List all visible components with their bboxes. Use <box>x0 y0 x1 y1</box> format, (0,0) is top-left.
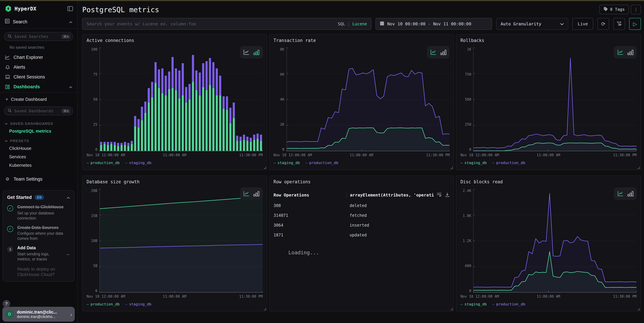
sidebar-item-team-settings[interactable]: ⚙ Team Settings <box>0 174 77 184</box>
legend-item[interactable]: —staging_db <box>125 161 151 165</box>
sidebar-item-client-sessions[interactable]: Client Sessions <box>0 72 77 82</box>
get-started-step-1[interactable]: ✓ Connect to ClickHouse Set up your data… <box>7 204 70 221</box>
table-row[interactable]: 1871updated <box>274 233 450 238</box>
line-chart-icon[interactable] <box>430 50 437 55</box>
event-search-input[interactable]: Search your events w/ Lucene ex. column:… <box>82 18 372 30</box>
brand[interactable]: HyperDX <box>5 5 36 12</box>
bar-chart-icon[interactable] <box>627 191 633 196</box>
y-axis: 20B15B10B5B0 <box>86 189 100 292</box>
panel-title: Disc blocks read <box>460 179 636 184</box>
panel-resize-handle[interactable] <box>451 308 453 310</box>
sidebar-item-chart-explorer[interactable]: Chart Explorer <box>0 52 77 62</box>
refresh-button[interactable]: ⟳ <box>597 18 609 30</box>
legend-item[interactable]: —staging_db <box>125 302 151 306</box>
panel-resize-handle[interactable] <box>638 308 640 310</box>
create-dashboard-button[interactable]: + Create Dashboard <box>0 93 77 104</box>
sidebar-preset-services[interactable]: Services <box>0 152 77 161</box>
panel-row-operations: Row operations Row Operations arrayEleme… <box>269 176 454 312</box>
sidebar-item-dashboards[interactable]: Dashboards <box>0 82 77 92</box>
section-presets[interactable]: PRESETS <box>0 135 77 144</box>
sidebar-preset-kubernetes[interactable]: Kubernetes <box>0 161 77 170</box>
tags-button[interactable]: 0 Tags <box>599 5 629 14</box>
legend-item[interactable]: —staging_db <box>460 302 487 306</box>
table-row[interactable]: 3064inserted <box>274 223 450 228</box>
saved-searches-input[interactable]: Saved Searches ⌘K <box>4 32 73 41</box>
line-chart-icon[interactable] <box>243 50 250 55</box>
x-axis-label: 11:30:00 PM <box>613 153 636 157</box>
bar-chart-icon[interactable] <box>253 191 260 196</box>
download-icon[interactable] <box>445 192 450 198</box>
table-row[interactable]: 308deleted <box>274 203 450 208</box>
x-axis-label: 11:00:00 AM <box>163 294 186 298</box>
line-chart-icon[interactable] <box>617 191 624 196</box>
granularity-select[interactable]: Auto Granularity <box>496 18 568 30</box>
sidebar-item-alerts[interactable]: Alerts <box>0 62 77 72</box>
sidebar-collapse-icon[interactable] <box>67 6 73 11</box>
legend-item[interactable]: —staging_db <box>274 161 300 165</box>
wrap-text-icon[interactable] <box>437 192 442 198</box>
sidebar-preset-clickhouse[interactable]: ClickHouse <box>0 144 77 152</box>
chevron-up-icon[interactable] <box>67 194 70 200</box>
cell-operation: updated <box>346 233 450 238</box>
bar-chart-icon[interactable] <box>627 50 633 55</box>
saved-dashboards-input[interactable]: Saved Dashboards ⌘K <box>4 106 73 115</box>
legend-label: staging_db <box>278 161 300 165</box>
panel-resize-handle[interactable] <box>264 308 266 310</box>
column-header-row-operations[interactable]: Row Operations <box>274 192 346 198</box>
bar-chart-icon[interactable] <box>253 50 260 55</box>
legend-item[interactable]: —staging_db <box>460 161 487 165</box>
bar-chart-icon[interactable] <box>440 50 446 55</box>
mode-sql[interactable]: SQL <box>338 22 345 26</box>
panel-resize-handle[interactable] <box>451 167 453 169</box>
arrow-right-icon[interactable]: → <box>65 251 70 256</box>
chevron-up-icon[interactable] <box>69 19 72 24</box>
user-menu[interactable]: D dominic.tran@clic... dominic.tran@clic… <box>2 307 75 322</box>
panel-resize-handle[interactable] <box>638 167 640 169</box>
avatar: D <box>5 310 14 319</box>
mode-lucene[interactable]: Lucene <box>352 22 367 26</box>
table-row[interactable]: 314071fetched <box>274 213 450 218</box>
date-range-picker[interactable]: Nov 10 00:00:00 - Nov 11 00:00:00 <box>376 18 492 30</box>
get-started-step-3[interactable]: 3 Add Data Start sending logs, metrics, … <box>7 246 70 262</box>
legend-item[interactable]: —production_db <box>492 302 525 306</box>
live-button[interactable]: Live <box>572 18 593 30</box>
line-chart-icon[interactable] <box>243 191 250 196</box>
x-axis: Nov 10 12:00:00 AM11:00:00 AM11:30:00 PM <box>86 152 263 158</box>
legend-label: production_db <box>496 161 525 165</box>
section-saved-dashboards[interactable]: SAVED DASHBOARDS <box>0 118 77 127</box>
chart-plot[interactable] <box>100 189 263 292</box>
chart-plot[interactable] <box>100 48 263 151</box>
column-header-operation[interactable]: arrayElement(Attributes, 'operation') <box>346 192 434 198</box>
get-started-step-2[interactable]: ✓ Create Data Sources Configure where yo… <box>7 225 70 241</box>
panel-active-connections: Active connections 1007550250 Nov 10 12:… <box>82 34 267 170</box>
chevron-up-icon[interactable] <box>69 84 72 89</box>
legend-item[interactable]: —production_db <box>305 161 338 165</box>
dashboards-icon <box>5 84 10 89</box>
get-started-header[interactable]: Get Started 2/3 <box>7 194 70 200</box>
chart-plot[interactable] <box>473 48 636 151</box>
panel-database-size-growth: Database size growth 20B15B10B5B0 Nov 10… <box>82 176 267 312</box>
legend-item[interactable]: —production_db <box>86 161 120 165</box>
panel-resize-handle[interactable] <box>264 167 266 169</box>
dashboard-menu-button[interactable]: ⋮ <box>631 5 641 14</box>
sidebar-dashboard-postgresql-metrics[interactable]: PostgreSQL metrics <box>0 127 77 135</box>
x-axis: Nov 10 12:00:00 AM11:00:00 AM11:30:00 PM <box>274 152 450 158</box>
x-axis-label: 11:30:00 PM <box>426 153 450 157</box>
window-top-strip <box>0 0 644 1</box>
legend-item[interactable]: —production_db <box>492 161 525 165</box>
filter-button[interactable] <box>613 18 625 30</box>
chart-plot[interactable] <box>286 48 450 151</box>
sidebar-section-search[interactable]: Search <box>0 16 77 28</box>
panel-transaction-rate: Transaction rate 8K6K4K2K0 Nov 10 12:00:… <box>269 34 454 170</box>
run-query-button[interactable]: ▷ <box>629 18 641 30</box>
dashboard-grid: Active connections 1007550250 Nov 10 12:… <box>82 34 641 312</box>
chart-plot[interactable] <box>473 189 636 292</box>
help-button[interactable]: ? <box>3 300 10 308</box>
line-chart-icon[interactable] <box>617 50 624 55</box>
chart-legend: —staging_db—production_db <box>460 302 636 306</box>
main-content: PostgreSQL metrics 0 Tags ⋮ Search your … <box>78 1 644 323</box>
sidebar-item-label: Client Sessions <box>14 74 45 80</box>
create-dashboard-label: Create Dashboard <box>11 96 47 102</box>
legend-label: production_db <box>309 161 338 165</box>
legend-item[interactable]: —production_db <box>86 302 120 306</box>
